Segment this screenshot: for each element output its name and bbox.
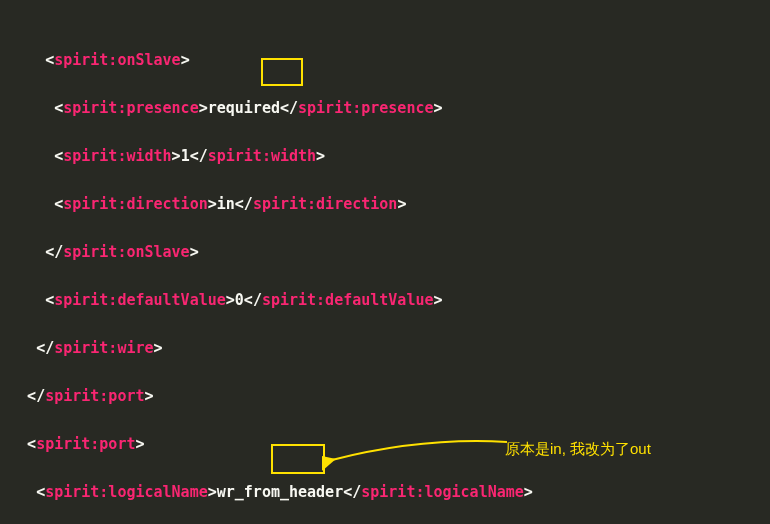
code-line: </spirit:wire> bbox=[0, 336, 770, 360]
annotation-text: 原本是in, 我改为了out bbox=[505, 437, 651, 461]
punct-close: > bbox=[181, 51, 190, 69]
punct-open: < bbox=[45, 51, 54, 69]
text-required: required bbox=[208, 99, 280, 117]
text-one: 1 bbox=[181, 147, 190, 165]
text-logicalname: wr_from_header bbox=[217, 483, 343, 501]
code-line: <spirit:logicalName>wr_from_header</spir… bbox=[0, 480, 770, 504]
code-line: </spirit:onSlave> bbox=[0, 240, 770, 264]
code-view: <spirit:onSlave> <spirit:presence>requir… bbox=[0, 0, 770, 524]
code-line: </spirit:port> bbox=[0, 384, 770, 408]
text-in: in bbox=[217, 195, 235, 213]
code-line: <spirit:presence>required</spirit:presen… bbox=[0, 96, 770, 120]
tag-onslave: spirit:onSlave bbox=[54, 51, 180, 69]
code-line: <spirit:direction>in</spirit:direction> bbox=[0, 192, 770, 216]
code-line: <spirit:onSlave> bbox=[0, 48, 770, 72]
text-zero: 0 bbox=[235, 291, 244, 309]
code-line: <spirit:defaultValue>0</spirit:defaultVa… bbox=[0, 288, 770, 312]
code-line: <spirit:width>1</spirit:width> bbox=[0, 144, 770, 168]
code-line: <spirit:port> bbox=[0, 432, 770, 456]
